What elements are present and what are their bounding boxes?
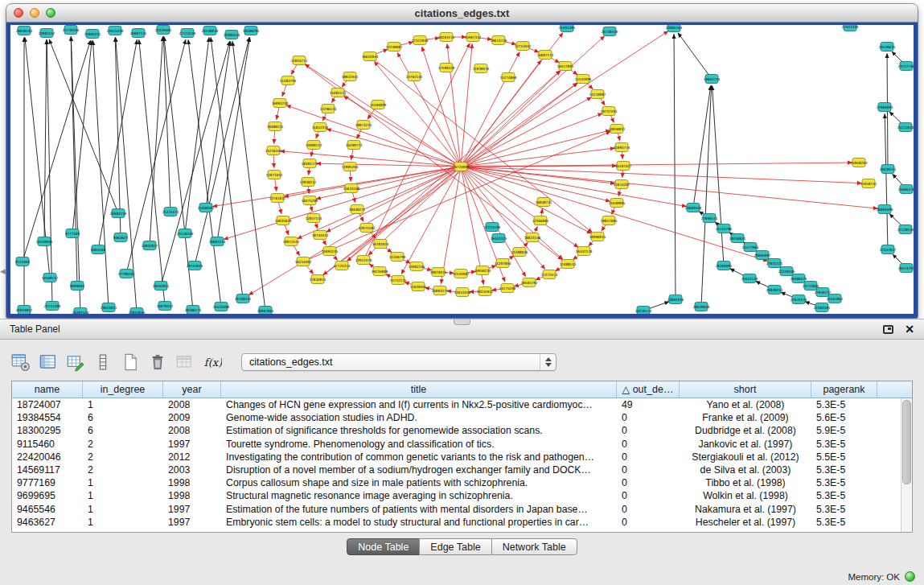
apply-table-icon[interactable]: [174, 351, 199, 374]
table-row[interactable]: 946554611997Estimation of the future num…: [12, 503, 901, 516]
tab-node-table[interactable]: Node Table: [347, 538, 420, 555]
cell-title: Changes of HCN gene expression and I(f) …: [221, 399, 617, 410]
graph-node-label: 11207864: [495, 262, 511, 266]
show-columns-icon[interactable]: [37, 351, 62, 374]
graph-node-label: 28394995: [716, 264, 733, 268]
cell-title: Estimation of the future numbers of pati…: [221, 504, 617, 515]
minimize-window-button[interactable]: [30, 8, 39, 18]
table-vertical-scrollbar[interactable]: [901, 398, 912, 532]
column-icon[interactable]: [92, 351, 117, 374]
graph-node-label: 14104099: [370, 103, 387, 107]
graph-node-label: 26486479: [791, 277, 807, 281]
graph-node-label: 12210987: [589, 93, 606, 97]
float-panel-icon[interactable]: [883, 325, 893, 334]
cell-out_degree: 0: [617, 412, 680, 423]
delete-icon[interactable]: [146, 351, 171, 374]
table-toolbar-icons: f(x): [10, 351, 228, 374]
table-row[interactable]: 977716911998Corpus callosum shape and si…: [12, 476, 901, 489]
new-file-icon[interactable]: [119, 351, 144, 374]
tab-network-table[interactable]: Network Table: [491, 538, 577, 555]
table-row[interactable]: 969969511998Structural magnetic resonanc…: [12, 489, 901, 502]
cell-year: 1997: [163, 504, 221, 515]
graph-node-label: 14569117: [42, 276, 59, 280]
graph-node-label: 15902246: [409, 265, 425, 269]
graph-node-label: 10744413: [312, 233, 329, 237]
column-header-out_degree[interactable]: △ out_de…: [617, 381, 680, 398]
collapse-west-panel-icon[interactable]: ◀: [0, 268, 6, 275]
tab-edge-table[interactable]: Edge Table: [419, 538, 491, 555]
graph-node-label: 24079341: [157, 304, 174, 308]
graph-node-label: 11614207: [614, 183, 630, 187]
graph-edge: [294, 245, 300, 256]
panel-divider-handle[interactable]: [454, 319, 470, 325]
graph-edge: [71, 36, 77, 281]
column-header-year[interactable]: year: [163, 381, 221, 398]
cell-in_degree: 1: [83, 477, 163, 488]
scrollbar-thumb[interactable]: [902, 400, 911, 484]
network-window-titlebar[interactable]: citations_edges.txt: [6, 4, 918, 23]
graph-node-label: 12534987: [453, 272, 470, 276]
graph-node-label: 16642044: [362, 55, 379, 59]
graph-node-label: 23757760: [898, 64, 914, 68]
column-header-name[interactable]: name: [12, 381, 83, 398]
table-row[interactable]: 1830029562008Estimation of significance …: [12, 424, 901, 437]
graph-node-label: 28350831: [729, 237, 746, 241]
table-row[interactable]: 1456911722003Disruption of a novel membe…: [12, 463, 901, 476]
graph-node-label: 27113240: [179, 31, 196, 35]
graph-edge: [622, 171, 623, 178]
graph-node-label: 10261515: [438, 35, 455, 39]
graph-node-label: 26924057: [16, 308, 33, 312]
graph-node-label: 25666276: [898, 187, 914, 192]
cell-short: Franke et al. (2009): [680, 412, 811, 423]
graph-node-label: 11542096: [575, 77, 592, 81]
column-header-short[interactable]: short: [680, 381, 811, 398]
cell-year: 1997: [163, 439, 221, 450]
graph-edge: [326, 129, 456, 165]
table-row[interactable]: 911546021997Tourette syndrome. Phenomeno…: [12, 438, 901, 451]
function-icon[interactable]: f(x): [201, 351, 226, 374]
close-window-button[interactable]: [14, 8, 23, 18]
graph-edge: [465, 169, 578, 247]
graph-node-label: 13762145: [406, 75, 423, 79]
cell-year: 1998: [163, 477, 221, 488]
table-row[interactable]: 1872400712008Changes of HCN gene express…: [12, 398, 901, 411]
close-panel-icon[interactable]: ✕: [905, 323, 914, 335]
graph-edge: [306, 266, 314, 274]
cell-in_degree: 1: [83, 504, 163, 515]
graph-node-label: 9115460: [15, 260, 31, 264]
edit-table-icon[interactable]: [64, 351, 89, 374]
graph-node-label: 12761837: [269, 196, 286, 200]
column-header-in_degree[interactable]: in_degree: [83, 381, 163, 398]
graph-node-label: 9463627: [113, 236, 129, 240]
graph-node-label: 15958203: [851, 161, 868, 165]
graph-node-label: 23624851: [101, 306, 117, 310]
column-header-pagerank[interactable]: pagerank: [811, 381, 877, 398]
graph-node-label: 16781024: [372, 242, 389, 246]
graph-edge: [275, 179, 277, 192]
graph-node-label: 27940737: [815, 290, 832, 295]
graph-node-label: 26397524: [72, 311, 89, 314]
graph-node-label: 16575209: [302, 199, 318, 203]
table-row[interactable]: 2242004622012Investigating the contribut…: [12, 451, 901, 463]
graph-edge: [285, 225, 289, 235]
graph-node-label: 15958741: [860, 182, 877, 186]
cell-short: Wolkin et al. (1998): [680, 490, 811, 501]
table-row[interactable]: 1938455462009Genome-wide association stu…: [12, 411, 901, 424]
nodes-layer: 1872400712054711112837941609321810480225…: [15, 25, 914, 314]
graph-edge: [343, 96, 457, 164]
graph-node-label: 28263051: [153, 284, 170, 288]
table-row[interactable]: 946362711997Embryonic stem cells: a mode…: [12, 516, 901, 529]
zoom-window-button[interactable]: [46, 8, 55, 18]
table-settings-icon[interactable]: [10, 351, 35, 374]
graph-node-label: 22420046: [36, 240, 53, 244]
graph-edge: [232, 41, 265, 306]
cell-title: Estimation of significance thresholds fo…: [221, 425, 617, 436]
graph-node-label: 24530018: [202, 29, 219, 33]
cell-out_degree: 0: [617, 517, 680, 528]
graph-edge: [278, 203, 281, 214]
network-canvas[interactable]: 1872400712054711112837941609321810480225…: [10, 25, 914, 314]
graph-edge: [889, 214, 902, 226]
graph-edge: [466, 167, 862, 183]
column-header-title[interactable]: title: [221, 381, 617, 398]
table-select-dropdown[interactable]: citations_edges.txt: [241, 353, 556, 371]
